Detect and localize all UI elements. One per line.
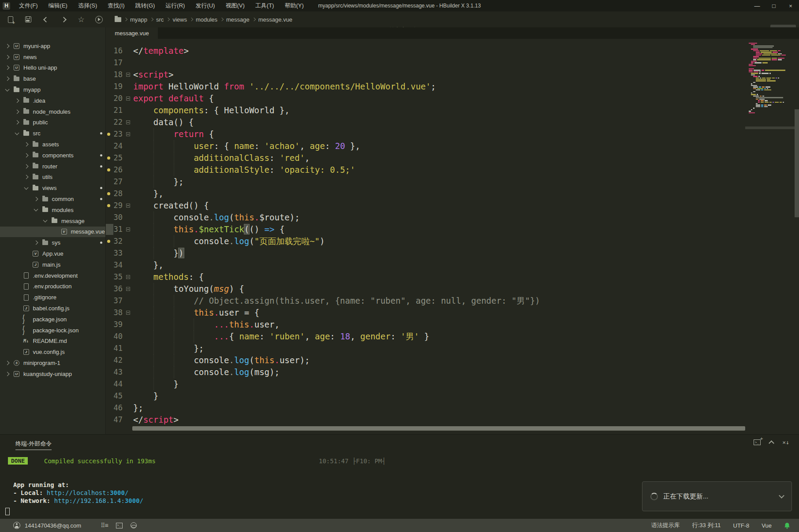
tree-item-utils[interactable]: utils (0, 172, 106, 183)
code-editor[interactable]: 16</template>1718<script>19import HelloW… (106, 39, 799, 434)
code-line-41[interactable]: 41}; (106, 342, 749, 354)
tree-item-Hello uni-app[interactable]: UHello uni-app (0, 63, 106, 74)
chevron-right-icon[interactable] (24, 164, 29, 168)
network-url-link[interactable]: http://192.168.1.4:3000/ (54, 497, 143, 504)
chevron-right-icon[interactable] (5, 361, 10, 365)
fold-toggle-icon[interactable] (126, 73, 130, 77)
code-line-31[interactable]: 31this.$nextTick(() => { (106, 223, 749, 235)
chevron-down-icon[interactable] (15, 130, 19, 135)
code-line-36[interactable]: 36toYoung(msg) { (106, 283, 749, 295)
code-line-47[interactable]: 47</script> (106, 414, 749, 426)
chevron-right-icon[interactable] (24, 153, 29, 157)
tree-item-kuangstudy-uniapp[interactable]: Ukuangstudy-uniapp (0, 368, 106, 379)
fold-toggle-icon[interactable] (126, 132, 130, 136)
tree-item-package-lock.json[interactable]: [ ]package-lock.json (0, 325, 106, 336)
notification-bell-icon[interactable] (784, 522, 790, 529)
tree-item-message.vue[interactable]: Vmessage.vue (0, 227, 106, 238)
code-line-45[interactable]: 45} (106, 390, 749, 402)
code-line-28[interactable]: 28}, (106, 188, 749, 200)
chevron-right-icon[interactable] (5, 66, 10, 70)
tree-item-common[interactable]: common (0, 193, 106, 205)
chevron-down-icon[interactable] (5, 87, 10, 91)
chevron-right-icon[interactable] (5, 77, 10, 81)
menu-item-2[interactable]: 选择(S) (73, 0, 102, 11)
code-line-19[interactable]: 19import HelloWorld from '../../../compo… (106, 81, 749, 93)
maximize-button[interactable]: □ (765, 0, 782, 11)
menu-item-7[interactable]: 视图(V) (220, 0, 250, 11)
tree-item-.idea[interactable]: .idea (0, 95, 106, 106)
tree-item-.gitignore[interactable]: .gitignore (0, 292, 106, 303)
tree-item-router[interactable]: router (0, 161, 106, 172)
vertical-scrollbar[interactable] (795, 109, 799, 217)
code-line-32[interactable]: 32console.log("页面加载完啦~") (106, 235, 749, 247)
tree-item-assets[interactable]: assets (0, 139, 106, 150)
syntax-lib-item[interactable]: 语法提示库 (651, 521, 680, 529)
run-button[interactable] (90, 13, 108, 26)
code-line-24[interactable]: 24user: { name: 'achao', age: 20 }, (106, 140, 749, 152)
code-line-46[interactable]: 46}; (106, 402, 749, 414)
new-file-button[interactable] (2, 13, 19, 26)
code-line-34[interactable]: 34}, (106, 259, 749, 271)
tree-item-.env.production[interactable]: .env.production (0, 281, 106, 292)
chevron-right-icon[interactable] (5, 44, 10, 48)
tree-item-news[interactable]: Unews (0, 52, 106, 63)
chevron-down-icon[interactable] (779, 493, 784, 499)
tree-item-message[interactable]: message (0, 216, 106, 227)
menu-item-9[interactable]: 帮助(Y) (279, 0, 309, 11)
tree-item-App.vue[interactable]: VApp.vue (0, 248, 106, 259)
code-line-30[interactable]: 30console.log(this.$route); (106, 212, 749, 223)
code-line-29[interactable]: 29created() { (106, 200, 749, 212)
fold-toggle-icon[interactable] (126, 97, 130, 100)
code-line-33[interactable]: 33}) (106, 247, 749, 259)
code-line-21[interactable]: 21components: { HelloWorld }, (106, 104, 749, 116)
fold-toggle-icon[interactable] (126, 204, 130, 208)
back-button[interactable] (37, 13, 55, 26)
code-line-40[interactable]: 40...{ name: 'ruben', age: 18, gender: '… (106, 331, 749, 342)
tree-item-node_modules[interactable]: node_modules (0, 106, 106, 117)
fold-toggle-icon[interactable] (126, 120, 130, 124)
favorite-button[interactable]: ☆ (72, 13, 90, 26)
tree-item-sys[interactable]: sys (0, 237, 106, 248)
terminal-icon[interactable]: >_ (116, 523, 123, 528)
code-line-44[interactable]: 44} (106, 378, 749, 390)
chevron-right-icon[interactable] (5, 372, 10, 376)
collapse-panel-icon[interactable] (769, 440, 774, 446)
outline-icon[interactable]: ⠿≡ (101, 522, 108, 529)
menu-item-1[interactable]: 编辑(E) (43, 0, 73, 11)
tab-message-vue[interactable]: message.vue (106, 27, 158, 39)
chevron-right-icon[interactable] (15, 109, 19, 114)
code-line-17[interactable]: 17 (106, 57, 749, 69)
breadcrumb-item-myapp[interactable]: myapp (128, 16, 149, 23)
minimize-button[interactable]: — (749, 0, 765, 11)
chevron-down-icon[interactable] (34, 207, 38, 212)
local-url-link[interactable]: http://localhost:3000/ (47, 489, 128, 496)
breadcrumb-item-src[interactable]: src (154, 16, 165, 23)
update-toast[interactable]: 正在下载更新... (642, 481, 792, 511)
code-line-16[interactable]: 16</template> (106, 45, 749, 57)
chevron-right-icon[interactable] (34, 241, 38, 245)
forward-button[interactable] (55, 13, 72, 26)
browser-sync-icon[interactable] (131, 522, 137, 528)
minimap[interactable] (749, 42, 791, 114)
tree-item-myuni-app[interactable]: Umyuni-app (0, 41, 106, 52)
tree-item-myapp[interactable]: myapp (0, 84, 106, 95)
code-line-26[interactable]: 26additionalStyle: 'opacity: 0.5;' (106, 164, 749, 176)
tree-item-package.json[interactable]: [ ]package.json (0, 314, 106, 325)
fold-toggle-icon[interactable] (126, 227, 130, 231)
fold-toggle-icon[interactable] (126, 311, 130, 315)
chevron-down-icon[interactable] (43, 218, 48, 223)
save-button[interactable] (19, 13, 37, 26)
breadcrumb-item-views[interactable]: views (171, 16, 189, 23)
code-line-23[interactable]: 23return { (106, 128, 749, 140)
fold-toggle-icon[interactable] (126, 287, 130, 291)
menu-item-0[interactable]: 文件(F) (14, 0, 43, 11)
menu-item-4[interactable]: 跳转(G) (130, 0, 161, 11)
tree-item-src[interactable]: src (0, 128, 106, 139)
tree-item-public[interactable]: public (0, 117, 106, 128)
breadcrumb-item-message[interactable]: message (224, 16, 251, 23)
chevron-right-icon[interactable] (15, 120, 19, 125)
cursor-position-item[interactable]: 行:33 列:11 (692, 521, 721, 529)
account-item[interactable]: 1441470436@qq.com (13, 522, 81, 529)
code-line-22[interactable]: 22data() { (106, 116, 749, 128)
breadcrumb-item-modules[interactable]: modules (194, 16, 219, 23)
